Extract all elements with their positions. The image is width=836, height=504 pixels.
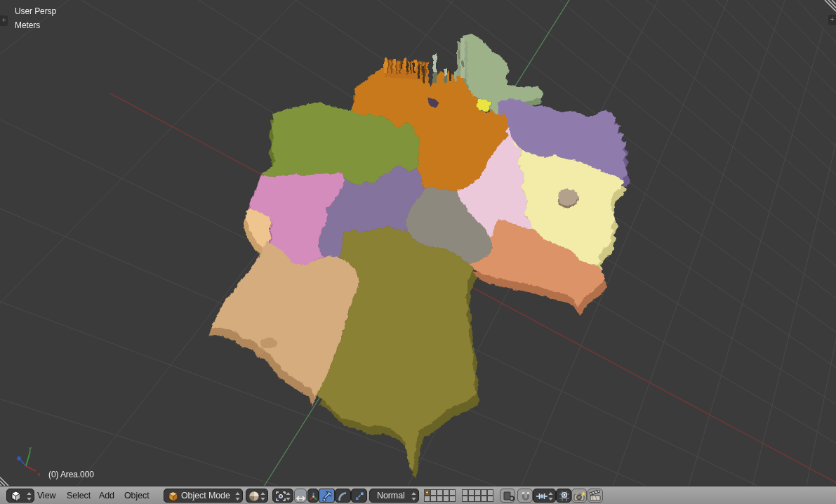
svg-text:y: y (29, 445, 32, 451)
svg-text:x: x (37, 471, 40, 477)
